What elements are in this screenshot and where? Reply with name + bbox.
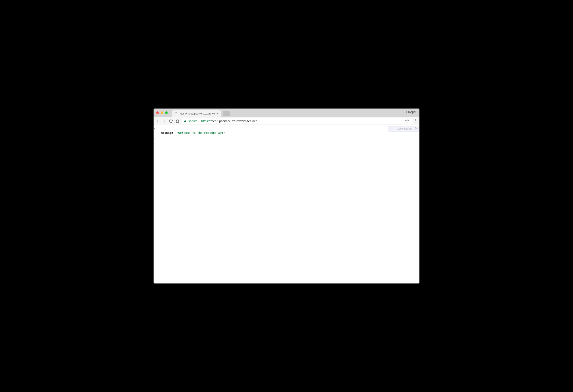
address-bar[interactable]: Secure https://meetupservice.azurewebsit… xyxy=(182,118,412,124)
json-key: message xyxy=(161,131,173,135)
tab-strip: https://meetupservice.azurewe × Prosper xyxy=(154,108,419,117)
url-host: meetupservice.azurewebsites.net xyxy=(211,119,257,123)
secure-label: Secure xyxy=(188,119,197,123)
forward-button[interactable] xyxy=(162,119,166,123)
svg-marker-2 xyxy=(406,119,409,122)
json-close-brace: } xyxy=(154,135,419,139)
svg-point-5 xyxy=(415,121,416,122)
svg-point-4 xyxy=(415,120,416,121)
json-string-value: "Welcome to the Meetups API" xyxy=(177,131,225,135)
json-property: message: "Welcome to the Meetups API" xyxy=(154,131,419,135)
expand-all-button[interactable]: + xyxy=(390,127,392,131)
json-open-brace: { xyxy=(154,126,419,131)
profile-label[interactable]: Prosper xyxy=(406,110,416,114)
url-text: https://meetupservice.azurewebsites.net xyxy=(201,119,257,123)
bookmark-star-button[interactable] xyxy=(404,119,410,124)
home-button[interactable] xyxy=(175,119,180,123)
window-close-button[interactable] xyxy=(156,111,159,114)
collapse-all-button[interactable]: - xyxy=(394,127,395,131)
window-minimize-button[interactable] xyxy=(161,111,163,114)
url-scheme: https:// xyxy=(201,119,211,123)
browser-window: https://meetupservice.azurewe × Prosper … xyxy=(154,108,419,284)
window-zoom-button[interactable] xyxy=(165,111,168,114)
view-source-button[interactable]: View source xyxy=(397,127,412,131)
browser-tab[interactable]: https://meetupservice.azurewe × xyxy=(172,110,221,117)
secure-indicator[interactable]: Secure xyxy=(184,119,197,123)
browser-toolbar: Secure https://meetupservice.azurewebsit… xyxy=(154,117,419,125)
svg-point-3 xyxy=(415,119,416,120)
back-button[interactable] xyxy=(155,119,160,123)
page-content: + - View source { message: "Welcome to t… xyxy=(154,125,419,284)
reload-button[interactable] xyxy=(169,119,173,123)
page-icon xyxy=(174,112,178,115)
json-viewer-toolbar: + - View source xyxy=(388,126,419,132)
tab-close-button[interactable]: × xyxy=(216,112,219,115)
url-divider xyxy=(199,119,199,123)
tab-title: https://meetupservice.azurewe xyxy=(179,112,215,115)
gear-icon[interactable] xyxy=(414,127,417,131)
chrome-menu-button[interactable] xyxy=(414,119,418,123)
window-controls xyxy=(154,111,168,114)
new-tab-button[interactable] xyxy=(223,111,230,116)
